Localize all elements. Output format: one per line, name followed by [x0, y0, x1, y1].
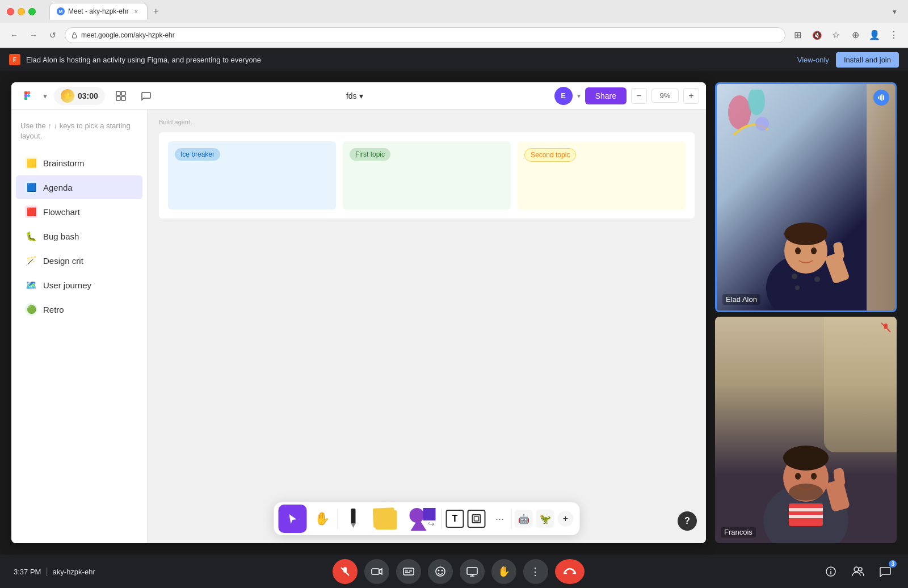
- svg-point-16: [755, 117, 769, 131]
- retro-icon: 🟢: [25, 303, 37, 316]
- figma-logo-icon: F: [9, 54, 20, 65]
- shapes-tool-button[interactable]: ↪: [404, 505, 440, 533]
- sidebar-item-retro[interactable]: 🟢 Retro: [16, 297, 142, 321]
- microphone-off-icon: [881, 322, 891, 333]
- more-options-button[interactable]: ⋮: [523, 559, 548, 584]
- sidebar-item-flowchart[interactable]: 🟥 Flowchart: [16, 200, 142, 224]
- sidebar-item-brainstorm[interactable]: 🟨 Brainstorm: [16, 151, 142, 175]
- file-name-text: fds: [346, 91, 357, 100]
- frame-tool-button[interactable]: [468, 510, 486, 528]
- layout-tool-button[interactable]: [112, 87, 130, 105]
- mute-tab-button[interactable]: 🔇: [809, 28, 824, 43]
- toolbar-separator-3: [511, 509, 512, 529]
- active-tab[interactable]: M Meet - aky-hzpk-ehr ×: [49, 3, 148, 20]
- zoom-in-button[interactable]: +: [683, 88, 699, 104]
- frame-icon: [472, 514, 482, 524]
- forward-button[interactable]: →: [26, 28, 41, 43]
- address-bar[interactable]: meet.google.com/aky-hzpk-ehr: [65, 27, 785, 43]
- sidebar-item-design-crit[interactable]: 🪄 Design crit: [16, 249, 142, 272]
- refresh-button[interactable]: ↺: [45, 28, 60, 43]
- help-button[interactable]: ?: [678, 511, 697, 531]
- svg-rect-31: [883, 95, 884, 100]
- svg-point-51: [438, 570, 439, 572]
- figma-canvas[interactable]: Build agent... Ice breaker First topic S…: [148, 110, 706, 543]
- francois-mute-icon: [881, 322, 891, 335]
- triangle-shape-icon: [411, 518, 427, 531]
- extension-puzzle-button[interactable]: ⊕: [848, 28, 863, 43]
- info-button[interactable]: [822, 562, 840, 581]
- figma-menu-button[interactable]: [18, 87, 36, 105]
- svg-rect-45: [372, 569, 379, 574]
- share-button[interactable]: Share: [585, 87, 627, 104]
- francois-body-svg: [749, 441, 863, 543]
- svg-point-14: [728, 95, 751, 129]
- cursor-tool-button[interactable]: [279, 505, 307, 533]
- user-journey-icon: 🗺️: [25, 279, 37, 291]
- svg-rect-2: [27, 91, 30, 94]
- chat-tool-button[interactable]: [137, 87, 155, 105]
- emoji-icon: [435, 566, 446, 577]
- widget-1-button[interactable]: 🤖: [515, 510, 533, 528]
- sticky-note-front-icon: [376, 510, 397, 530]
- people-button[interactable]: [849, 562, 867, 581]
- canvas-frame-label: Build agent...: [159, 119, 195, 125]
- figma-dropdown-chevron[interactable]: ▾: [43, 91, 47, 100]
- extensions-button[interactable]: ⊞: [790, 28, 805, 43]
- mute-button[interactable]: [333, 559, 358, 584]
- emoji-button[interactable]: [428, 559, 453, 584]
- profile-button[interactable]: 👤: [867, 28, 882, 43]
- pen-tool-button[interactable]: [339, 505, 368, 533]
- minimize-window-button[interactable]: [18, 8, 25, 15]
- svg-rect-0: [73, 35, 77, 38]
- end-call-button[interactable]: [555, 559, 585, 584]
- banner-actions: View-only Install and join: [797, 52, 899, 68]
- more-options-icon: ⋮: [530, 565, 541, 578]
- file-name-button[interactable]: fds ▾: [342, 89, 368, 103]
- svg-rect-7: [121, 91, 125, 95]
- zoom-out-button[interactable]: −: [631, 88, 647, 104]
- user-dropdown-chevron[interactable]: ▾: [577, 92, 581, 100]
- svg-rect-46: [403, 568, 414, 575]
- chat-icon: [880, 566, 891, 577]
- chat-button[interactable]: 3: [876, 562, 894, 581]
- captions-button[interactable]: [396, 559, 421, 584]
- hand-tool-button[interactable]: ✋: [308, 505, 337, 533]
- svg-point-24: [795, 247, 801, 254]
- zoom-level-display[interactable]: 9%: [651, 89, 679, 103]
- toolbar-separator-2: [442, 509, 442, 529]
- add-widget-button[interactable]: +: [558, 511, 574, 527]
- bookmark-button[interactable]: ☆: [829, 28, 843, 43]
- figma-activity-banner: F Elad Alon is hosting an activity using…: [0, 48, 908, 71]
- more-tools-button[interactable]: ···: [490, 509, 510, 529]
- present-button[interactable]: [460, 559, 485, 584]
- back-button[interactable]: ←: [7, 28, 22, 43]
- sticky-notes-tool-button[interactable]: [369, 505, 403, 533]
- user-avatar-button[interactable]: E: [554, 87, 573, 105]
- text-frame-tools: T: [443, 505, 489, 533]
- svg-point-52: [441, 570, 443, 572]
- sidebar-design-crit-label: Design crit: [43, 256, 83, 266]
- timer-display[interactable]: ⭐ 03:00: [54, 87, 105, 105]
- toolbar-separator-1: [338, 509, 338, 529]
- sidebar-item-agenda[interactable]: 🟦 Agenda: [16, 175, 142, 199]
- elad-body: [755, 220, 857, 310]
- room-wall: [824, 317, 897, 452]
- widget-2-button[interactable]: 🦖: [536, 510, 554, 528]
- figma-main-area: Use the ↑ ↓ keys to pick a starting layo…: [11, 110, 706, 543]
- raise-hand-button[interactable]: ✋: [491, 559, 516, 584]
- figma-icon: [22, 90, 33, 102]
- view-only-button[interactable]: View-only: [797, 56, 829, 64]
- close-window-button[interactable]: [7, 8, 14, 15]
- tab-close-button[interactable]: ×: [132, 7, 140, 15]
- text-tool-button[interactable]: T: [446, 510, 464, 528]
- menu-button[interactable]: ⋮: [886, 28, 901, 43]
- new-tab-button[interactable]: +: [149, 4, 163, 19]
- figma-bottom-toolbar: ✋: [274, 502, 580, 535]
- figma-toolbar-right: E ▾ Share − 9% +: [554, 87, 699, 105]
- sidebar-item-bug-bash[interactable]: 🐛 Bug bash: [16, 224, 142, 248]
- curtain-bg: [867, 84, 895, 310]
- maximize-window-button[interactable]: [28, 8, 36, 15]
- camera-button[interactable]: [364, 559, 389, 584]
- install-join-button[interactable]: Install and join: [836, 52, 899, 68]
- sidebar-item-user-journey[interactable]: 🗺️ User journey: [16, 273, 142, 297]
